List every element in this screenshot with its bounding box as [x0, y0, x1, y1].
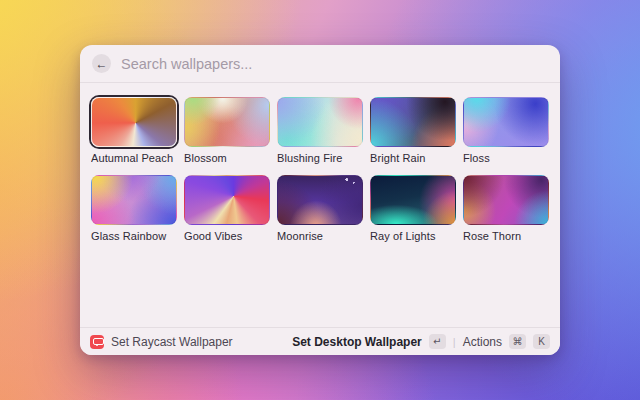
wallpaper-thumbnail[interactable] — [184, 175, 270, 225]
wallpaper-thumbnail[interactable] — [277, 175, 363, 225]
action-bar: Set Raycast Wallpaper Set Desktop Wallpa… — [80, 327, 560, 355]
wallpaper-name: Autumnal Peach — [91, 152, 177, 164]
extension-title: Set Raycast Wallpaper — [111, 335, 233, 349]
wallpaper-tile[interactable]: Moonrise — [277, 175, 363, 242]
search-bar: ← — [80, 45, 560, 83]
wallpaper-tile[interactable]: Bright Rain — [370, 97, 456, 164]
set-desktop-wallpaper-button[interactable]: Set Desktop Wallpaper — [292, 335, 422, 349]
wallpaper-tile[interactable]: Blushing Fire — [277, 97, 363, 164]
search-input[interactable] — [121, 56, 421, 72]
footer-divider: | — [453, 336, 456, 348]
wallpaper-tile[interactable]: Autumnal Peach — [91, 97, 177, 164]
wallpaper-name: Blushing Fire — [277, 152, 363, 164]
wallpaper-thumbnail[interactable] — [91, 175, 177, 225]
empty-content-area — [80, 242, 560, 327]
k-key-badge: K — [533, 334, 550, 349]
wallpaper-tile[interactable]: Glass Rainbow — [91, 175, 177, 242]
wallpaper-tile[interactable]: Floss — [463, 97, 549, 164]
wallpaper-thumbnail[interactable] — [463, 175, 549, 225]
wallpaper-name: Ray of Lights — [370, 230, 456, 242]
cmd-key-badge: ⌘ — [509, 334, 526, 349]
wallpaper-tile[interactable]: Rose Thorn — [463, 175, 549, 242]
wallpaper-thumbnail[interactable] — [370, 175, 456, 225]
wallpaper-tile[interactable]: Good Vibes — [184, 175, 270, 242]
return-key-badge: ↵ — [429, 334, 446, 349]
wallpaper-thumbnail[interactable] — [91, 97, 177, 147]
actions-button[interactable]: Actions — [463, 335, 502, 349]
wallpaper-thumbnail[interactable] — [277, 97, 363, 147]
wallpaper-thumbnail[interactable] — [184, 97, 270, 147]
wallpaper-tile[interactable]: Ray of Lights — [370, 175, 456, 242]
wallpaper-thumbnail[interactable] — [463, 97, 549, 147]
wallpaper-name: Moonrise — [277, 230, 363, 242]
wallpaper-name: Bright Rain — [370, 152, 456, 164]
action-bar-right: Set Desktop Wallpaper ↵ | Actions ⌘ K — [292, 334, 550, 349]
wallpaper-grid: Autumnal Peach Blossom Blushing Fire Bri… — [80, 83, 560, 242]
back-button[interactable]: ← — [92, 54, 111, 73]
wallpaper-name: Blossom — [184, 152, 270, 164]
raycast-wallpaper-icon — [90, 335, 104, 349]
wallpaper-thumbnail[interactable] — [370, 97, 456, 147]
wallpaper-name: Glass Rainbow — [91, 230, 177, 242]
back-arrow-icon: ← — [96, 57, 108, 71]
wallpaper-name: Rose Thorn — [463, 230, 549, 242]
raycast-window: ← Autumnal Peach Blossom Blushing Fire B… — [80, 45, 560, 355]
wallpaper-name: Good Vibes — [184, 230, 270, 242]
wallpaper-tile[interactable]: Blossom — [184, 97, 270, 164]
wallpaper-name: Floss — [463, 152, 549, 164]
